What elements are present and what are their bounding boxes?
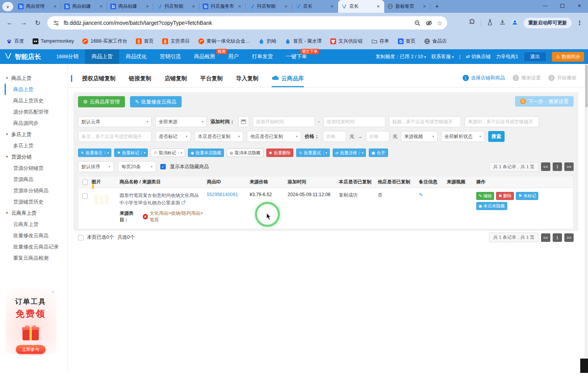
bookmark-item[interactable]: 1688-买家工作台 (82, 38, 127, 45)
source-select[interactable]: 全部来源▾ (155, 116, 207, 127)
tab-close-icon[interactable]: ✕ (52, 4, 58, 9)
sort-order-select[interactable]: 默认排序▾ (78, 161, 114, 172)
sidebar-item-supply-history[interactable]: 货源铺货历史 (5, 196, 68, 207)
promo-close-icon[interactable]: × (52, 289, 54, 295)
sidebar-item-product-upload[interactable]: 商品上货 (5, 84, 68, 95)
source-id-input[interactable] (465, 116, 539, 127)
download-icon[interactable] (499, 19, 506, 27)
logout-button[interactable]: 退出 (524, 52, 546, 62)
price-min-input[interactable] (323, 131, 346, 142)
cancel-mark-button[interactable]: ⚐取消标记▾ (151, 148, 185, 157)
nav-item-product-optimize[interactable]: 商品优化 (119, 49, 153, 64)
external-link-icon[interactable] (181, 200, 186, 205)
bookmark-item[interactable]: 首页 (136, 38, 154, 45)
bookmark-star-icon[interactable]: ☆ (437, 19, 442, 27)
browser-tab[interactable]: 店长 ✕ (292, 0, 338, 13)
mark-select[interactable]: 是否标记▾ (155, 131, 191, 142)
cancel-hide-button[interactable]: ◎取消本店隐藏 (227, 148, 264, 157)
select-all-checkbox[interactable] (82, 179, 88, 185)
scrollbar-thumb[interactable] (585, 65, 588, 107)
batch-edit-cloud-button[interactable]: ✎批量修改云商品 (130, 96, 182, 107)
sync-button[interactable]: ⚠数据同步 (552, 52, 584, 62)
browser-tab[interactable]: 商品创建 ✕ (107, 0, 153, 13)
not-hidden-button[interactable]: ◉本店未隐藏 (476, 202, 507, 210)
sidebar-item-supply-products[interactable]: 货源商品 (5, 174, 68, 185)
sidebar-group-multi-shop[interactable]: ▼多店上货 (0, 129, 68, 140)
sidebar-group-product-upload[interactable]: ▼商品上货 (0, 72, 68, 84)
extensions-icon[interactable] (468, 19, 476, 27)
product-id-link[interactable]: 552956140091 (207, 192, 250, 197)
page-next-button[interactable]: >> (564, 162, 574, 171)
batch-retry-button[interactable]: ↻批量重试▾ (296, 148, 330, 157)
nav-item-1688-distribution[interactable]: 1688分销 (50, 49, 85, 64)
update-button[interactable]: 重新启动即可更新 (524, 18, 572, 28)
sidebar-item-batch-edit-cloud[interactable]: 批量修改云商品 (5, 230, 68, 241)
page-prev-button[interactable]: << (541, 233, 550, 242)
site-settings-icon[interactable] (52, 20, 60, 26)
price-max-input[interactable] (366, 131, 389, 142)
url-text[interactable]: fb.dddz.jiancent.com/move/batch/target?c… (64, 20, 410, 26)
profile-avatar[interactable] (511, 19, 519, 27)
maximize-button[interactable] (554, 0, 571, 12)
source-video-select[interactable]: 来源视频▾ (401, 131, 438, 142)
sidebar-group-supply-distribution[interactable]: ▼货源分销 (0, 151, 68, 162)
start-time-input[interactable] (253, 116, 315, 127)
flask-icon[interactable] (486, 19, 494, 27)
sidebar-group-cloud-upload[interactable]: ▼云商库上货 (0, 207, 68, 219)
promo-card[interactable]: × 订单工具 免费领 立即参与 (5, 288, 56, 354)
nav-item-product-upload[interactable]: 商品上货 (85, 49, 119, 64)
other-copied-select[interactable]: 他店是否已复制▾ (247, 131, 301, 142)
batch-mark-button[interactable]: ⚑批量标记▾ (114, 148, 148, 157)
bookmark-item[interactable]: 首页 - 聚水潭 (285, 38, 322, 45)
close-button[interactable]: ✕ (571, 0, 588, 12)
calendar-button[interactable] (238, 116, 249, 127)
tab-link-copy[interactable]: 链接复制 (129, 64, 151, 87)
search-button[interactable]: 搜索 (488, 131, 505, 142)
forward-button[interactable]: → (19, 19, 28, 27)
sidebar-item-supply-non-distribution[interactable]: 货源非分销商品 (5, 185, 68, 196)
note-search-input[interactable] (78, 131, 152, 142)
tab-close-icon[interactable]: ✕ (422, 4, 427, 9)
page-select-all-checkbox[interactable] (78, 235, 83, 240)
sidebar-item-cloud-upload[interactable]: 云商库上货 (5, 219, 68, 230)
show-hidden-checkbox[interactable]: ✓ (160, 164, 166, 169)
browser-tab[interactable]: 商品创建 ✕ (61, 0, 107, 13)
tab-close-icon[interactable]: ✕ (283, 4, 289, 9)
note-edit-icon[interactable]: ✎ (419, 192, 447, 198)
batch-hide-button[interactable]: ◉批量本店隐藏 (188, 148, 224, 157)
bookmark-item[interactable]: 百度 (6, 38, 24, 45)
page-number-button[interactable]: 1 (553, 162, 562, 171)
copy-quota-dropdown[interactable]: 复制额度：已用 2 / 10▾ (376, 53, 426, 60)
page-next-button[interactable]: >> (564, 233, 574, 242)
tab-platform-copy[interactable]: 平台复制 (200, 64, 223, 87)
batch-note-button[interactable]: ✎批量备注▾ (78, 148, 111, 157)
browser-tab[interactable]: 新标签页 ✕ (384, 0, 430, 13)
row-checkbox[interactable] (82, 193, 88, 199)
menu-kebab-icon[interactable]: ⋮ (577, 19, 583, 26)
delete-button[interactable]: ✖删除 (496, 192, 514, 200)
sidebar-item-multi-shop-upload[interactable]: 多店上货 (5, 140, 68, 151)
zoom-icon[interactable] (414, 20, 421, 26)
sidebar-item-supply-distribute[interactable]: 货源分销铺货 (5, 162, 68, 174)
tab-cloud-product-library[interactable]: 云商品库 (272, 64, 304, 87)
unmarked-button[interactable]: ⚑未标记 (516, 192, 538, 200)
next-step-button[interactable]: 0下一步：搬家设置 (515, 96, 574, 107)
new-tab-button[interactable]: + (432, 2, 442, 12)
batch-migrate-button[interactable]: ⇄批量迁移▾ (333, 148, 366, 157)
cloud-library-manage-button[interactable]: ⚙云商品库管理 (78, 96, 125, 107)
bookmark-item[interactable]: 黄铜一体化钛合金… (198, 38, 250, 45)
page-prev-button[interactable]: << (541, 162, 550, 171)
tab-import-copy[interactable]: 导入复制 (236, 64, 258, 87)
browser-tab[interactable]: 抖店智能 ✕ (153, 0, 199, 13)
end-time-input[interactable] (323, 116, 385, 127)
contact-support-dropdown[interactable]: 联系客服▾ (432, 53, 454, 60)
sidebar-item-upload-history[interactable]: 商品上货历史 (5, 95, 68, 106)
merge-button[interactable]: ▣合并 (369, 148, 388, 157)
minimize-button[interactable]: — (537, 0, 554, 12)
back-button[interactable]: ← (5, 19, 14, 27)
nav-item-product-check[interactable]: 商品检测检测 (187, 49, 222, 64)
tab-close-icon[interactable]: ✕ (376, 4, 381, 9)
sidebar-item-category-match[interactable]: 源分类匹配管理 (5, 106, 68, 117)
tab-close-icon[interactable]: ✕ (191, 4, 196, 9)
parse-status-select[interactable]: 全部解析状态▾ (441, 131, 485, 142)
